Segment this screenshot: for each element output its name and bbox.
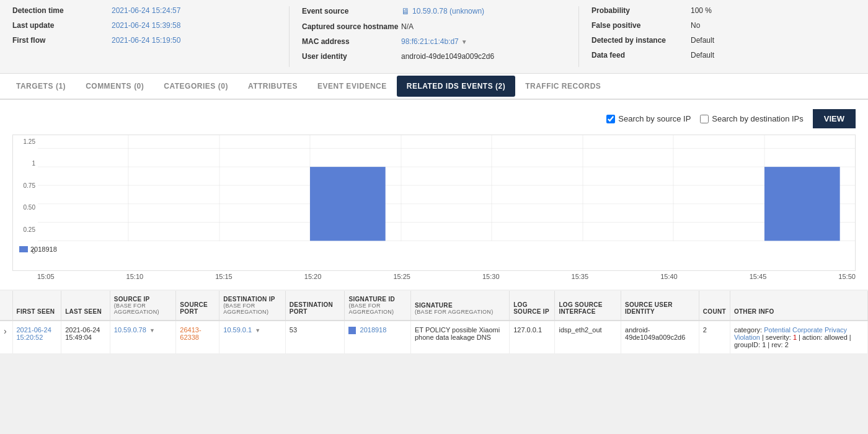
view-button[interactable]: VIEW [813, 109, 856, 128]
th-log-source-ip: LOG SOURCE IP [510, 291, 555, 321]
signature-dot-icon [348, 327, 356, 334]
false-positive-row: False positive No [591, 21, 856, 30]
th-destination-ip: DESTINATION IP (BASE FOR AGGREGATION) [219, 291, 286, 321]
row-source-user-identity: android-49de1049a009c2d6 [621, 321, 699, 354]
mac-dropdown-icon[interactable]: ▼ [461, 38, 467, 45]
x-axis-labels: 15:05 15:10 15:15 15:20 15:25 15:30 15:3… [12, 271, 856, 280]
detection-time-label: Detection time [12, 6, 112, 15]
row-log-source-ip: 127.0.0.1 [510, 321, 555, 354]
chart-area: Search by source IP Search by destinatio… [0, 100, 868, 290]
captured-hostname-value: N/A [401, 22, 414, 31]
first-flow-row: First flow 2021-06-24 15:19:50 [12, 36, 277, 45]
chart-bar-1 [310, 167, 386, 241]
th-other-info: OTHER INFO [730, 291, 867, 321]
dest-ip-checkbox-input[interactable] [700, 115, 709, 123]
data-feed-label: Data feed [591, 51, 691, 60]
chart-legend: 2018918 [19, 246, 57, 253]
row-first-seen: 2021-06-24 15:20:52 [12, 321, 61, 354]
chart-bar-2 [764, 167, 840, 241]
row-other-info: category: Potential Corporate Privacy Vi… [730, 321, 867, 354]
source-ip-dropdown-icon[interactable]: ▼ [149, 327, 155, 334]
search-by-source-ip-checkbox[interactable]: Search by source IP [606, 114, 691, 123]
data-feed-row: Data feed Default [591, 51, 856, 60]
row-log-source-interface: idsp_eth2_out [555, 321, 621, 354]
first-flow-value: 2021-06-24 15:19:50 [112, 36, 180, 45]
false-positive-value: No [691, 21, 700, 30]
row-source-ip: 10.59.0.78 ▼ [110, 321, 176, 354]
tab-traffic-records[interactable]: TRAFFIC RECORDS [515, 76, 611, 97]
first-flow-label: First flow [12, 36, 112, 45]
false-positive-label: False positive [591, 21, 691, 30]
row-signature-id: 2018918 [345, 321, 411, 354]
th-signature: SIGNATURE (BASE FOR AGGREGATION) [411, 291, 510, 321]
th-count: COUNT [699, 291, 730, 321]
user-identity-value: android-49de1049a009c2d6 [401, 52, 494, 61]
event-source-row: Event source 🖥 10.59.0.78 (unknown) [302, 6, 566, 16]
table-container: FIRST SEEN LAST SEEN SOURCE IP (BASE FOR… [0, 291, 868, 354]
th-signature-id: SIGNATURE ID (BASE FOR AGGREGATION) [345, 291, 411, 321]
detected-by-value: Default [691, 36, 714, 45]
probability-label: Probability [591, 6, 691, 15]
monitor-icon: 🖥 [401, 6, 410, 16]
table-header-row: FIRST SEEN LAST SEEN SOURCE IP (BASE FOR… [0, 291, 868, 321]
divider-2 [578, 6, 579, 67]
captured-hostname-row: Captured source hostname N/A [302, 22, 566, 31]
th-source-user-identity: SOURCE USER IDENTITY [621, 291, 699, 321]
chart-controls: Search by source IP Search by destinatio… [12, 109, 856, 128]
th-last-seen: LAST SEEN [61, 291, 110, 321]
info-col-2: Event source 🖥 10.59.0.78 (unknown) Capt… [302, 6, 566, 67]
th-source-ip: SOURCE IP (BASE FOR AGGREGATION) [110, 291, 176, 321]
mac-address-value: 98:f6:21:c1:4b:d7 ▼ [401, 37, 467, 46]
info-col-3: Probability 100 % False positive No Dete… [591, 6, 856, 67]
data-feed-value: Default [691, 51, 714, 60]
row-destination-ip: 10.59.0.1 ▼ [219, 321, 286, 354]
tab-targets[interactable]: TARGETS (1) [6, 76, 76, 97]
tab-categories[interactable]: CATEGORIES (0) [154, 76, 238, 97]
last-update-row: Last update 2021-06-24 15:39:58 [12, 21, 277, 30]
table-body: › 2021-06-24 15:20:52 2021-06-24 15:49:0… [0, 321, 868, 354]
mac-address-label: MAC address [302, 37, 401, 46]
th-log-source-interface: LOG SOURCE INTERFACE [555, 291, 621, 321]
row-signature: ET POLICY possible Xiaomi phone data lea… [411, 321, 510, 354]
event-source-value: 🖥 10.59.0.78 (unknown) [401, 6, 484, 16]
th-source-port: SOURCE PORT [176, 291, 219, 321]
last-update-value: 2021-06-24 15:39:58 [112, 21, 180, 30]
y-axis-labels: 1.25 1 0.75 0.50 0.25 0 [13, 135, 38, 258]
tab-attributes[interactable]: ATTRIBUTES [238, 76, 308, 97]
detected-by-row: Detected by instance Default [591, 36, 856, 45]
table-head: FIRST SEEN LAST SEEN SOURCE IP (BASE FOR… [0, 291, 868, 321]
last-update-label: Last update [12, 21, 112, 30]
row-expand-cell[interactable]: › [0, 321, 12, 354]
row-count: 2 [699, 321, 730, 354]
top-info-panel: Detection time 2021-06-24 15:24:57 Last … [0, 0, 868, 74]
captured-hostname-label: Captured source hostname [302, 22, 401, 31]
tab-related-ids[interactable]: RELATED IDS EVENTS (2) [397, 76, 515, 97]
th-first-seen: FIRST SEEN [12, 291, 61, 321]
mac-address-row: MAC address 98:f6:21:c1:4b:d7 ▼ [302, 37, 566, 46]
chart-svg [38, 135, 855, 267]
legend-box [19, 246, 28, 252]
detection-time-value: 2021-06-24 15:24:57 [112, 6, 180, 15]
row-expand-button[interactable]: › [4, 326, 7, 336]
probability-value: 100 % [691, 6, 712, 15]
user-identity-label: User identity [302, 52, 401, 61]
row-source-port: 26413-62338 [176, 321, 219, 354]
divider-1 [289, 6, 290, 67]
source-ip-checkbox-input[interactable] [606, 115, 615, 123]
dest-ip-dropdown-icon[interactable]: ▼ [255, 327, 260, 334]
tab-comments[interactable]: COMMENTS (0) [76, 76, 154, 97]
ids-events-table: FIRST SEEN LAST SEEN SOURCE IP (BASE FOR… [0, 291, 868, 354]
detection-time-row: Detection time 2021-06-24 15:24:57 [12, 6, 277, 15]
tabs-bar: TARGETS (1) COMMENTS (0) CATEGORIES (0) … [0, 74, 868, 100]
row-destination-port: 53 [285, 321, 345, 354]
table-row: › 2021-06-24 15:20:52 2021-06-24 15:49:0… [0, 321, 868, 354]
tab-event-evidence[interactable]: EVENT EVIDENCE [308, 76, 397, 97]
chart-container: 1.25 1 0.75 0.50 0.25 0 [12, 135, 856, 271]
detected-by-label: Detected by instance [591, 36, 691, 45]
th-expand [0, 291, 12, 321]
row-last-seen: 2021-06-24 15:49:04 [61, 321, 110, 354]
event-source-label: Event source [302, 7, 401, 16]
user-identity-row: User identity android-49de1049a009c2d6 [302, 52, 566, 61]
search-by-dest-ip-checkbox[interactable]: Search by destination IPs [700, 114, 803, 123]
info-col-1: Detection time 2021-06-24 15:24:57 Last … [12, 6, 277, 67]
